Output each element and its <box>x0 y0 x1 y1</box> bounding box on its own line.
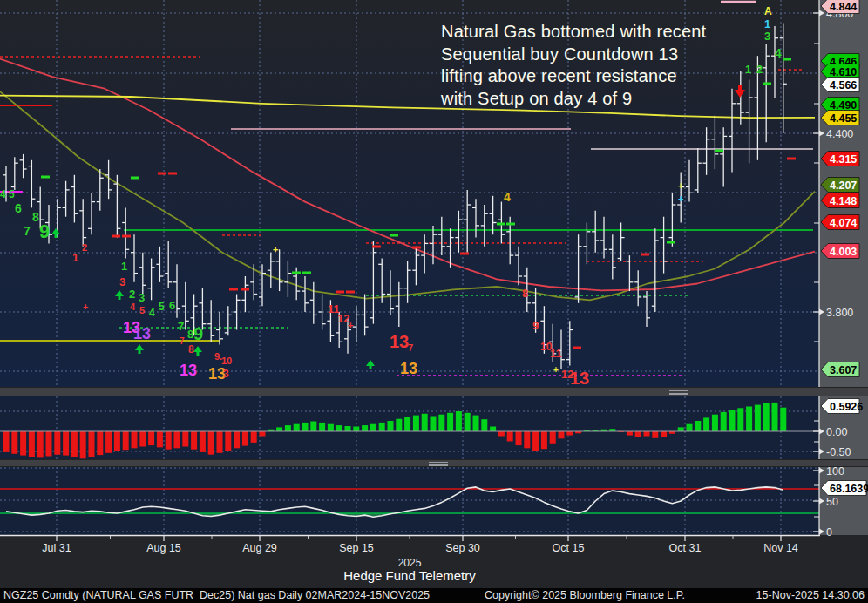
svg-text:5: 5 <box>159 301 165 313</box>
svg-text:3: 3 <box>139 291 145 304</box>
svg-text:4.400: 4.400 <box>826 128 853 140</box>
svg-text:3: 3 <box>119 275 125 288</box>
axis-year-label: 2025 <box>0 557 819 569</box>
svg-text:4.566: 4.566 <box>830 79 857 91</box>
svg-text:2: 2 <box>82 242 87 253</box>
svg-text:9: 9 <box>39 220 50 242</box>
svg-text:5: 5 <box>139 305 145 315</box>
timestamp: 15-Nov-2025 14:30:06 <box>756 588 865 603</box>
svg-text:2: 2 <box>756 63 763 76</box>
svg-text:+: + <box>553 365 559 375</box>
svg-text:13: 13 <box>400 360 417 377</box>
chart-canvas[interactable]: 4568792113234545678978+131313139.1031112… <box>0 0 868 603</box>
svg-text:4: 4 <box>0 188 6 200</box>
panel-splitter-upper[interactable] <box>0 387 868 396</box>
svg-text:8: 8 <box>32 210 39 224</box>
annotation-text: Natural Gas bottomed with recent Sequent… <box>441 21 737 110</box>
instrument-description: NGZ25 Comdty (NATURAL GAS FUTR Dec25) Na… <box>3 588 430 603</box>
annotation-line: with Setup on day 4 of 9 <box>441 88 737 111</box>
svg-text:7: 7 <box>24 224 31 238</box>
svg-text:4.610: 4.610 <box>830 66 857 78</box>
source-title: Hedge Fund Telemetry <box>0 568 819 583</box>
svg-text:Sep 30: Sep 30 <box>445 542 480 554</box>
svg-text:+: + <box>678 193 683 204</box>
svg-text:4.844: 4.844 <box>830 1 857 13</box>
svg-text:Aug 15: Aug 15 <box>146 542 181 554</box>
svg-text:9: 9 <box>532 319 539 332</box>
svg-text:0.00: 0.00 <box>826 426 847 438</box>
svg-text:0: 0 <box>826 526 832 539</box>
annotation-line: Sequential buy Countdown 13 <box>441 44 737 66</box>
svg-text:5: 5 <box>9 188 15 200</box>
bloomberg-chart-window: 4568792113234545678978+131313139.1031112… <box>0 0 868 603</box>
svg-text:4: 4 <box>775 46 782 60</box>
svg-text:1: 1 <box>745 63 751 76</box>
svg-text:8: 8 <box>188 343 194 356</box>
svg-text:68.1639: 68.1639 <box>830 483 868 495</box>
svg-text:4: 4 <box>130 302 136 312</box>
svg-text:4.315: 4.315 <box>830 153 857 166</box>
svg-text:3: 3 <box>764 30 770 43</box>
splitter-grip-icon[interactable] <box>669 390 688 392</box>
svg-text:13: 13 <box>180 362 197 379</box>
time-axis: Jul 31Aug 15Aug 29Sep 15Sep 30Oct 15Oct … <box>0 536 820 555</box>
svg-text:4.003: 4.003 <box>830 246 857 258</box>
svg-text:Jul 31: Jul 31 <box>42 542 71 554</box>
svg-text:3.800: 3.800 <box>826 307 853 319</box>
stochastic-panel-bg <box>0 467 819 535</box>
svg-text:+: + <box>678 180 683 191</box>
svg-text:7: 7 <box>180 336 185 346</box>
svg-text:3.607: 3.607 <box>830 364 857 376</box>
svg-text:13: 13 <box>390 332 409 351</box>
svg-text:7: 7 <box>178 320 184 333</box>
svg-text:1: 1 <box>72 251 78 264</box>
svg-text:4.074: 4.074 <box>830 217 857 229</box>
svg-text:9: 9 <box>193 324 203 343</box>
svg-text:Oct 31: Oct 31 <box>669 542 702 554</box>
svg-text:4.207: 4.207 <box>830 180 857 192</box>
svg-text:50: 50 <box>826 496 838 508</box>
svg-text:2: 2 <box>129 288 135 301</box>
svg-text:4.148: 4.148 <box>830 195 857 207</box>
svg-text:1: 1 <box>121 260 127 273</box>
panel-splitter-lower[interactable] <box>0 459 868 467</box>
annotation-line: Natural Gas bottomed with recent <box>441 21 737 44</box>
svg-text:Oct 15: Oct 15 <box>553 542 585 554</box>
svg-text:+: + <box>273 244 278 254</box>
svg-text:Aug 29: Aug 29 <box>242 542 277 554</box>
svg-text:7: 7 <box>408 342 413 353</box>
svg-text:10: 10 <box>221 356 232 366</box>
svg-text:3: 3 <box>223 368 229 380</box>
svg-text:Nov 14: Nov 14 <box>763 542 798 554</box>
svg-text:13: 13 <box>570 369 589 388</box>
annotation-line: lifting above recent resistance <box>441 65 737 88</box>
svg-text:+: + <box>348 320 353 330</box>
svg-text:4.490: 4.490 <box>830 99 857 112</box>
svg-text:0.5926: 0.5926 <box>830 401 863 413</box>
svg-text:8: 8 <box>522 287 528 300</box>
svg-text:A: A <box>764 5 772 17</box>
svg-text:+: + <box>83 302 88 312</box>
copyright-text: Copyright© 2025 Bloomberg Finance L.P. <box>485 588 685 603</box>
status-bar: NGZ25 Comdty (NATURAL GAS FUTR Dec25) Na… <box>0 588 868 603</box>
splitter-grip-icon[interactable] <box>669 393 688 395</box>
svg-text:6: 6 <box>169 299 175 312</box>
svg-text:6: 6 <box>15 201 22 215</box>
svg-text:Sep 15: Sep 15 <box>339 542 374 554</box>
svg-text:13: 13 <box>133 325 151 342</box>
splitter-grip-icon[interactable] <box>429 464 448 466</box>
svg-text:4: 4 <box>149 307 155 319</box>
svg-text:1: 1 <box>764 17 770 30</box>
svg-text:11: 11 <box>550 347 562 360</box>
svg-text:4.455: 4.455 <box>830 112 857 125</box>
svg-text:4: 4 <box>504 190 511 204</box>
splitter-grip-icon[interactable] <box>429 462 448 464</box>
svg-text:-0.50: -0.50 <box>826 446 851 458</box>
